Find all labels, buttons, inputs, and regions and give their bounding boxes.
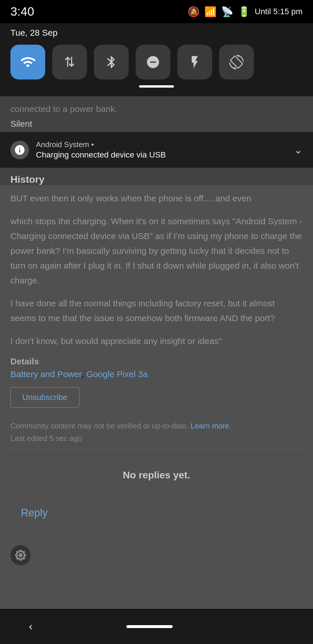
notif-app-icon <box>10 141 29 159</box>
notif-text-group: Android System • Charging connected devi… <box>36 140 287 160</box>
status-icons: 🔕 📶 📡 🔋 Until 5:15 pm <box>188 6 303 17</box>
page-content: connected to a power bank. Silent Androi… <box>0 96 313 609</box>
theme-icon[interactable] <box>10 545 31 565</box>
details-links: Battery and Power, Google Pixel 3a <box>10 369 303 379</box>
nav-bar: ‹ <box>0 609 313 644</box>
silent-label: Silent <box>0 116 313 132</box>
quick-settings: ⇅ <box>10 45 303 79</box>
battery-icon: 🔋 <box>238 6 250 17</box>
content-text3: I have done all the normal things includ… <box>10 296 303 325</box>
home-pill[interactable] <box>126 625 173 628</box>
qs-tile-bluetooth[interactable] <box>94 45 129 79</box>
back-button[interactable]: ‹ <box>29 621 32 633</box>
no-replies-text: No replies yet. <box>10 469 303 481</box>
data-transfer-icon: ⇅ <box>64 54 75 70</box>
last-edited: Last edited 5 sec ago <box>10 434 303 443</box>
community-notice: Community content may not be verified or… <box>10 422 303 430</box>
mute-icon: 🔕 <box>188 6 200 17</box>
battery-text: Until 5:15 pm <box>255 7 303 16</box>
pixel-link[interactable]: Google Pixel 3a <box>86 369 148 379</box>
battery-power-link[interactable]: Battery and Power <box>10 369 81 379</box>
history-label: History <box>0 168 313 185</box>
wifi-icon: 📶 <box>204 6 216 17</box>
learn-more-link[interactable]: Learn more. <box>190 422 231 430</box>
drag-handle[interactable] <box>139 85 174 88</box>
content-text1: BUT even then it only works when the pho… <box>10 191 303 206</box>
unsubscribe-btn[interactable]: Unsubscribe <box>10 387 79 408</box>
notif-date: Tue, 28 Sep <box>10 28 57 38</box>
notif-app-name: Android System • <box>36 140 287 149</box>
content-divider <box>10 449 303 449</box>
details-label: Details <box>10 357 303 366</box>
signal-icon: 📡 <box>221 6 233 17</box>
main-content: BUT even then it only works when the pho… <box>0 185 313 455</box>
notif-expand-icon[interactable]: ⌄ <box>294 144 303 156</box>
notification-panel: Tue, 28 Sep ⇅ <box>0 23 313 96</box>
reply-button[interactable]: Reply <box>10 504 313 522</box>
bottom-area <box>0 533 313 574</box>
notif-message: Charging connected device via USB <box>36 150 287 160</box>
content-text2: which stops the charging. When it's on i… <box>10 214 303 288</box>
no-replies-section: No replies yet. <box>0 455 313 504</box>
dimmed-top-text: connected to a power bank. <box>0 96 313 116</box>
status-time: 3:40 <box>10 5 34 19</box>
qs-tile-wifi[interactable] <box>10 45 45 79</box>
status-bar: 3:40 🔕 📶 📡 🔋 Until 5:15 pm <box>0 0 313 23</box>
qs-tile-data[interactable]: ⇅ <box>52 45 87 79</box>
notif-date-row: Tue, 28 Sep <box>10 28 303 38</box>
content-text4: I don't know, but would appreciate any i… <box>10 334 303 348</box>
android-notification[interactable]: Android System • Charging connected devi… <box>0 132 313 168</box>
qs-tile-flashlight[interactable] <box>177 45 212 79</box>
qs-tile-rotation[interactable] <box>219 45 254 79</box>
qs-tile-dnd[interactable] <box>136 45 170 79</box>
